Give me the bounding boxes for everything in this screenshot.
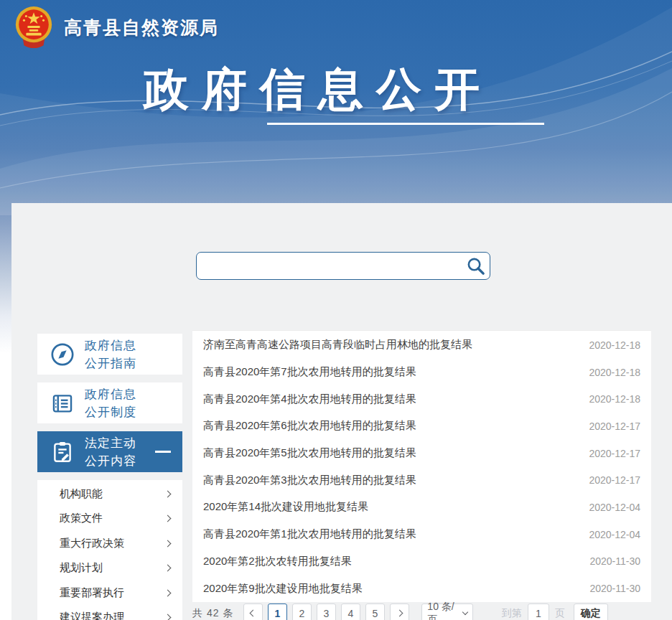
goto-page-input[interactable] bbox=[528, 603, 549, 620]
site-brand: 高青县自然资源局 bbox=[13, 5, 219, 50]
document-title-link[interactable]: 高青县2020年第3批次农用地转用的批复结果 bbox=[203, 474, 416, 487]
document-date: 2020-11-30 bbox=[589, 555, 640, 567]
chevron-right-icon bbox=[164, 614, 172, 620]
page-button-2[interactable]: 2 bbox=[292, 603, 312, 620]
list-item[interactable]: 高青县2020年第1批次农用地转用的批复结果2020-12-04 bbox=[203, 521, 640, 548]
page-button-4[interactable]: 4 bbox=[341, 603, 360, 620]
national-emblem-logo bbox=[13, 5, 55, 50]
total-count-label: 共 42 条 bbox=[192, 607, 233, 620]
submenu-item-label: 规划计划 bbox=[60, 561, 103, 575]
pagination-bar: 共 42 条 12345 10 条/页 到第 页 确定 bbox=[192, 603, 666, 620]
goto-page-group: 到第 页 bbox=[502, 603, 565, 620]
document-list: 济南至高青高速公路项目高青段临时占用林地的批复结果2020-12-18高青县20… bbox=[192, 330, 651, 602]
list-item[interactable]: 2020年第9批次建设用地批复结果2020-11-30 bbox=[203, 575, 640, 602]
document-title-link[interactable]: 高青县2020年第5批次农用地转用的批复结果 bbox=[203, 446, 416, 460]
submenu-item-label: 重要部署执行 bbox=[60, 586, 124, 600]
search-input[interactable] bbox=[197, 253, 461, 279]
document-title-link[interactable]: 高青县2020年第4批次农用地转用的批复结果 bbox=[203, 393, 416, 406]
document-date: 2020-12-17 bbox=[589, 448, 640, 459]
sidebar-submenu: 机构职能政策文件重大行政决策规划计划重要部署执行建议提案办理 bbox=[37, 480, 182, 620]
page-title: 政府信息公开 bbox=[144, 59, 493, 121]
document-date: 2020-12-18 bbox=[589, 367, 640, 378]
page: 高青县自然资源局 政府信息公开 政府信息公开指南政府信息公开制度法定主动公开内容… bbox=[0, 0, 672, 620]
chevron-right-icon bbox=[164, 565, 172, 572]
document-title-link[interactable]: 2020年第2批次农转用批复结果 bbox=[203, 555, 352, 568]
sidebar-item-label: 政府信息公开指南 bbox=[85, 337, 136, 372]
list-item[interactable]: 2020年第14批次建设用地批复结果2020-12-04 bbox=[203, 494, 640, 521]
next-page-button[interactable] bbox=[390, 603, 409, 620]
chevron-right-icon bbox=[164, 515, 172, 522]
search-button[interactable] bbox=[461, 253, 490, 279]
document-date: 2020-11-30 bbox=[589, 583, 640, 594]
sidebar-item-active[interactable]: 法定主动公开内容 bbox=[37, 431, 182, 472]
list-item[interactable]: 济南至高青高速公路项目高青段临时占用林地的批复结果2020-12-18 bbox=[203, 332, 640, 359]
submenu-item[interactable]: 重要部署执行 bbox=[37, 581, 182, 606]
document-title-link[interactable]: 高青县2020年第6批次农用地转用的批复结果 bbox=[203, 419, 416, 433]
list-item[interactable]: 高青县2020年第5批次农用地转用的批复结果2020-12-17 bbox=[203, 440, 640, 467]
sidebar-item-label: 政府信息公开制度 bbox=[85, 385, 136, 421]
sidebar-item-label: 法定主动公开内容 bbox=[85, 434, 136, 470]
compass-icon bbox=[50, 342, 75, 367]
page-button-1[interactable]: 1 bbox=[268, 603, 287, 620]
page-size-select[interactable]: 10 条/页 bbox=[421, 603, 473, 620]
document-title-link[interactable]: 高青县2020年第7批次农用地转用的批复结果 bbox=[203, 365, 416, 379]
document-date: 2020-12-04 bbox=[589, 529, 640, 540]
list-item[interactable]: 高青县2020年第4批次农用地转用的批复结果2020-12-18 bbox=[203, 385, 640, 413]
prev-page-button[interactable] bbox=[243, 603, 263, 620]
submenu-item-label: 政策文件 bbox=[60, 512, 103, 525]
page-number-buttons: 12345 bbox=[265, 603, 387, 620]
goto-confirm-button[interactable]: 确定 bbox=[574, 603, 608, 620]
chevron-right-icon bbox=[164, 589, 172, 596]
list-item[interactable]: 高青县2020年第3批次农用地转用的批复结果2020-12-17 bbox=[203, 466, 640, 494]
list-item[interactable]: 2020年第2批次农转用批复结果2020-11-30 bbox=[203, 548, 640, 576]
submenu-item[interactable]: 机构职能 bbox=[37, 482, 182, 507]
submenu-item-label: 重大行政决策 bbox=[60, 537, 124, 550]
sidebar-item-link[interactable]: 政府信息公开制度 bbox=[37, 382, 182, 423]
document-title-link[interactable]: 济南至高青高速公路项目高青段临时占用林地的批复结果 bbox=[203, 338, 472, 352]
goto-suffix-label: 页 bbox=[555, 607, 565, 620]
document-title-link[interactable]: 高青县2020年第1批次农用地转用的批复结果 bbox=[203, 527, 416, 541]
submenu-item-label: 机构职能 bbox=[60, 487, 103, 501]
submenu-item-label: 建议提案办理 bbox=[60, 611, 124, 620]
submenu-item[interactable]: 政策文件 bbox=[37, 507, 182, 532]
sidebar-menu: 政府信息公开指南政府信息公开制度法定主动公开内容 bbox=[37, 334, 182, 472]
title-underline bbox=[267, 123, 544, 125]
content-panel: 政府信息公开指南政府信息公开制度法定主动公开内容 机构职能政策文件重大行政决策规… bbox=[11, 203, 672, 620]
list-item[interactable]: 高青县2020年第6批次农用地转用的批复结果2020-12-17 bbox=[203, 413, 640, 440]
sidebar-item-link[interactable]: 政府信息公开指南 bbox=[37, 334, 182, 375]
document-date: 2020-12-18 bbox=[589, 339, 640, 351]
submenu-item[interactable]: 规划计划 bbox=[37, 556, 182, 581]
document-date: 2020-12-17 bbox=[589, 474, 640, 486]
chevron-right-icon bbox=[164, 490, 172, 497]
submenu-item[interactable]: 建议提案办理 bbox=[37, 606, 182, 620]
list-item[interactable]: 高青县2020年第7批次农用地转用的批复结果2020-12-18 bbox=[203, 359, 640, 386]
clipboard-pencil-icon bbox=[50, 440, 75, 464]
page-button-3[interactable]: 3 bbox=[317, 603, 336, 620]
search-box bbox=[196, 252, 490, 280]
search-icon bbox=[466, 256, 485, 276]
notebook-icon bbox=[50, 391, 75, 415]
document-date: 2020-12-17 bbox=[589, 421, 640, 432]
chevron-right-icon bbox=[396, 610, 403, 617]
submenu-item[interactable]: 重大行政决策 bbox=[37, 531, 182, 556]
document-title-link[interactable]: 2020年第14批次建设用地批复结果 bbox=[203, 500, 368, 514]
chevron-right-icon bbox=[164, 540, 172, 547]
document-title-link[interactable]: 2020年第9批次建设用地批复结果 bbox=[203, 582, 363, 596]
sidebar: 政府信息公开指南政府信息公开制度法定主动公开内容 机构职能政策文件重大行政决策规… bbox=[37, 334, 182, 620]
document-date: 2020-12-18 bbox=[589, 393, 640, 405]
document-date: 2020-12-04 bbox=[589, 502, 640, 513]
chevron-left-icon bbox=[249, 610, 256, 617]
site-name: 高青县自然资源局 bbox=[64, 16, 219, 39]
page-button-5[interactable]: 5 bbox=[365, 603, 385, 620]
page-size-label: 10 条/页 bbox=[427, 601, 463, 620]
goto-prefix-label: 到第 bbox=[502, 607, 522, 620]
collapse-minus-icon bbox=[155, 451, 171, 453]
